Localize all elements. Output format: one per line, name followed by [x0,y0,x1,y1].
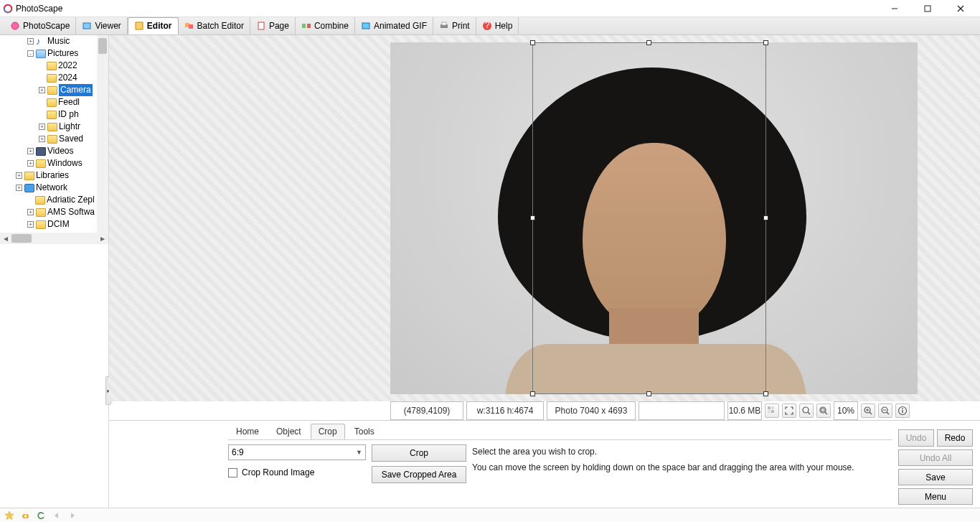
title-bar: PhotoScape [0,0,980,17]
editor-canvas[interactable] [109,35,980,401]
subtab-home[interactable]: Home [228,424,267,439]
tree-item[interactable]: +Camera [0,84,108,96]
save-cropped-area-button[interactable]: Save Cropped Area [372,466,466,483]
link-icon[interactable] [20,511,30,521]
tree-item[interactable]: 2022 [0,60,108,72]
refresh-icon[interactable] [36,511,46,521]
status-empty [639,401,725,420]
actual-size-icon[interactable] [799,404,814,418]
folder-icon [47,98,57,107]
expand-icon[interactable]: + [39,87,45,93]
crop-handle-mr[interactable] [763,215,768,220]
undo-button[interactable]: Undo [898,429,934,447]
library-icon [24,172,34,180]
tab-photoscape[interactable]: PhotoScape [4,17,76,34]
expand-icon[interactable]: + [27,221,34,228]
folder-icon [47,86,57,95]
subtab-object[interactable]: Object [268,424,309,439]
tree-item-label: 2024 [58,72,77,84]
folder-icon [35,196,45,205]
tab-editor[interactable]: Editor [128,17,179,34]
collapse-icon[interactable]: - [27,50,34,57]
zoom-out-icon[interactable] [878,404,892,418]
expand-icon[interactable]: + [16,185,22,191]
tree-item-label: Adriatic Zepl [47,194,95,206]
tree-item[interactable]: +Lightr [0,121,108,133]
tab-help[interactable]: ?Help [476,17,519,34]
crop-handle-tr[interactable] [763,40,768,45]
folder-tree[interactable]: +♪Music-Pictures20222024+CameraFeedlID p… [0,35,108,233]
expand-icon[interactable]: + [16,172,22,179]
crop-handle-bl[interactable] [530,391,535,396]
close-button[interactable] [944,0,977,17]
tree-item[interactable]: +DCIM [0,218,108,230]
folder-icon [47,111,57,119]
expand-icon[interactable]: + [27,160,34,167]
tree-item[interactable]: +Libraries [0,169,108,182]
tree-item[interactable]: +Network [0,182,108,194]
tree-item[interactable]: +Windows [0,157,108,169]
tree-item[interactable]: 2024 [0,72,108,84]
tree-item[interactable]: +Videos [0,145,108,157]
menu-button[interactable]: Menu [898,488,973,505]
crop-handle-ml[interactable] [530,215,535,220]
tab-print[interactable]: Print [433,17,476,34]
svg-rect-11 [258,22,264,29]
tree-item-label: AMS Softwa [47,206,95,218]
fit-screen-icon[interactable] [782,404,796,418]
expand-icon[interactable]: + [39,123,45,130]
expand-icon[interactable]: + [27,209,34,215]
tree-item[interactable]: -Pictures [0,47,108,60]
crop-button[interactable]: Crop [372,444,466,462]
zoom-region-icon[interactable] [816,404,831,418]
redo-button[interactable]: Redo [937,429,973,447]
forward-icon[interactable] [67,511,77,521]
undo-all-button[interactable]: Undo All [898,449,973,466]
tree-vertical-scrollbar[interactable] [97,35,108,233]
expand-icon[interactable]: + [27,38,34,45]
grid-toggle-icon[interactable] [765,404,779,418]
subtab-tools[interactable]: Tools [347,424,382,439]
folder-icon [47,123,57,131]
tree-item[interactable]: +♪Music [0,35,108,47]
favorite-icon[interactable] [4,511,14,521]
tree-item-label: ID ph [58,108,79,121]
crop-handle-br[interactable] [763,391,768,396]
folder-icon [47,74,57,83]
maximize-button[interactable] [911,0,944,17]
crop-selection[interactable] [532,42,766,394]
expand-icon[interactable]: + [39,136,45,142]
tree-item-label: Lightr [59,121,80,133]
editor-subtabs: Home Object Crop Tools [228,424,892,439]
zoom-in-icon[interactable] [861,404,875,418]
tree-item[interactable]: +Saved [0,133,108,145]
crop-handle-tm[interactable] [646,40,651,45]
tree-item[interactable]: Adriatic Zepl [0,194,108,206]
status-zoom-level: 10% [834,401,858,420]
crop-handle-tl[interactable] [530,40,535,45]
tab-combine[interactable]: Combine [296,17,355,34]
tab-animated-gif[interactable]: Animated GIF [355,17,433,34]
crop-ratio-select[interactable]: 6:9 ▼ [228,444,366,460]
app-icon [3,4,13,14]
tab-batch-editor[interactable]: Batch Editor [179,17,250,34]
info-icon[interactable] [895,404,910,418]
tab-page[interactable]: Page [250,17,296,34]
tree-item-label: Libraries [36,169,69,182]
tree-item[interactable]: +AMS Softwa [0,206,108,218]
tree-item[interactable]: Feedl [0,96,108,108]
subtab-crop[interactable]: Crop [311,424,345,439]
back-icon[interactable] [52,511,62,521]
tree-item-label: Videos [47,145,73,157]
minimize-button[interactable] [878,0,911,17]
expand-icon[interactable]: + [27,148,34,154]
crop-round-checkbox[interactable] [228,468,237,477]
folder-icon [47,135,57,144]
tab-viewer[interactable]: Viewer [76,17,127,34]
svg-rect-3 [925,6,930,11]
save-button[interactable]: Save [898,469,973,485]
tree-item[interactable]: ID ph [0,108,108,121]
tree-horizontal-scrollbar[interactable]: ◂▸ [0,233,108,244]
crop-handle-bm[interactable] [646,391,651,396]
svg-rect-20 [771,406,774,409]
